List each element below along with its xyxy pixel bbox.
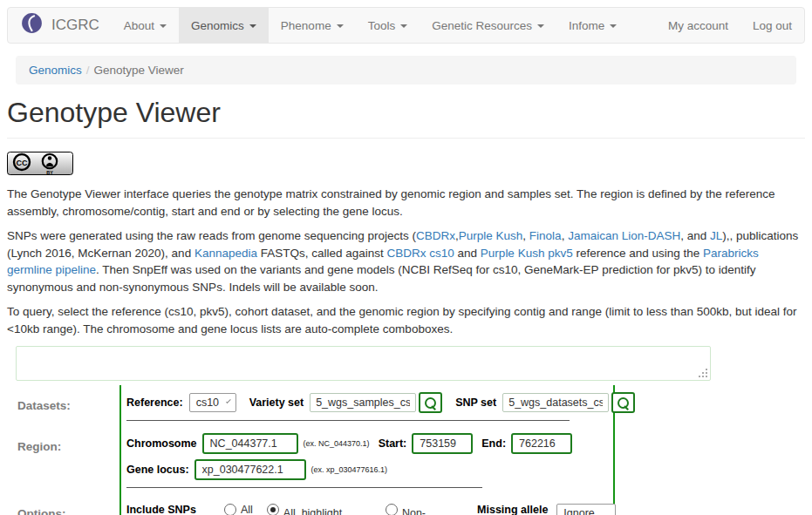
row-divider [126,420,570,421]
gene-locus-label: Gene locus: [126,464,189,476]
options-row: Include SNPs All All, highlightNonsynony… [119,493,615,515]
breadcrumb: Genomics/Genotype Viewer [16,56,796,85]
options-row-label: Options: [7,493,119,515]
start-label: Start: [379,437,407,450]
chevron-down-icon [400,24,407,28]
missing-allele-label: Missing allele [477,504,548,515]
reference-select[interactable]: cs10 [189,393,236,412]
chevron-down-icon [337,24,344,28]
intro-text: The Genotype Viewer interface queries th… [7,186,805,338]
chevron-down-icon [537,24,544,28]
chevron-down-icon [160,24,167,28]
datasets-row: Reference: cs10 Variety set SNP set [119,385,615,426]
cbdrx-cs10-link[interactable]: CBDRx cs10 [387,247,454,260]
start-input[interactable] [412,433,473,454]
radio-checked-icon[interactable] [267,504,279,515]
reference-label: Reference: [126,396,183,409]
nav-item-genomics[interactable]: Genomics [179,8,269,43]
breadcrumb-current: Genotype Viewer [94,64,184,77]
purple-kush-pkv5-link[interactable]: Purple Kush pkv5 [481,247,573,260]
jamaican-lion-dash-link[interactable]: Jamaican Lion-DASH [568,229,680,242]
radio-option-nonsynonymous[interactable]: Non-synonymousonly [386,504,463,515]
breadcrumb-genomics-link[interactable]: Genomics [29,64,82,77]
account-menu: My account Log out [656,8,804,43]
nav-item-infome[interactable]: Infome [556,8,629,43]
nav-item-tools[interactable]: Tools [356,8,420,43]
cbdrx-link[interactable]: CBDRx [416,229,455,242]
end-input[interactable] [511,433,572,454]
snp-set-input[interactable] [502,393,609,412]
intro-paragraph-2: SNPs were generated using the raw reads … [7,227,805,295]
chromosome-hint: (ex. NC_044370.1) [304,439,370,448]
top-navbar: ICGRC About Genomics Phenome Tools Genet… [7,7,805,44]
radio-option-all-highlight[interactable]: All, highlightNonsynonymous [267,504,365,515]
brand-label: ICGRC [51,17,99,34]
region-row: Chromosome (ex. NC_044370.1) Start: End:… [119,426,615,493]
intro-paragraph-3: To query, select the reference (cs10, pk… [7,303,805,337]
chevron-down-icon [249,24,256,28]
resize-grip-icon[interactable] [699,369,708,378]
query-form: Datasets: Reference: cs10 Variety set SN… [7,385,805,515]
missing-allele-select[interactable]: Ignore in count [556,504,615,515]
breadcrumb-separator: / [82,64,94,77]
row-divider [126,487,482,488]
svg-text:BY: BY [46,170,53,175]
region-row-label: Region: [7,426,119,493]
snp-set-search-button[interactable] [611,392,635,413]
finola-link[interactable]: Finola [529,229,562,242]
region-textarea[interactable] [16,346,711,381]
page-title: Genotype Viewer [7,97,805,139]
nav-item-about[interactable]: About [112,8,179,43]
variety-set-label: Variety set [249,396,304,409]
gene-locus-input[interactable] [194,459,306,480]
chromosome-label: Chromosome [126,437,197,450]
chevron-down-icon [226,398,230,403]
kannapedia-link[interactable]: Kannapedia [194,247,257,260]
chromosome-input[interactable] [202,433,298,454]
variety-set-input[interactable] [310,393,416,412]
variety-set-search-button[interactable] [419,392,442,413]
snp-set-label: SNP set [455,396,496,409]
radio-option-all[interactable]: All [224,504,253,515]
radio-icon[interactable] [224,504,236,515]
nav-item-phenome[interactable]: Phenome [269,8,356,43]
purple-kush-link[interactable]: Purple Kush [459,229,523,242]
nav-item-log-out[interactable]: Log out [740,8,804,43]
include-snps-label: Include SNPs [126,504,196,515]
intro-paragraph-1: The Genotype Viewer interface queries th… [7,186,805,220]
radio-icon[interactable] [386,504,398,515]
cc-by-license-badge[interactable]: CC BY [7,152,73,178]
brand-home-link[interactable]: ICGRC [8,8,112,43]
icgrc-logo-icon [20,11,44,39]
nav-item-genetic-resources[interactable]: Genetic Resources [420,8,556,43]
gene-locus-hint: (ex. xp_030477616.1) [311,465,388,474]
jl-link[interactable]: JL [710,229,722,242]
nav-item-my-account[interactable]: My account [656,8,740,43]
chevron-down-icon [610,24,617,28]
svg-text:CC: CC [17,159,28,167]
datasets-row-label: Datasets: [7,385,119,426]
main-menu: About Genomics Phenome Tools Genetic Res… [112,8,629,43]
end-label: End: [481,437,506,450]
